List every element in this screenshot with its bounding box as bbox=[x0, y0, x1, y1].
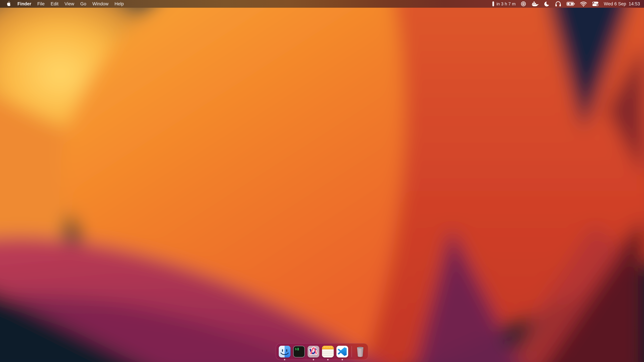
dock-item-notes[interactable] bbox=[322, 346, 334, 358]
dock-item-finder[interactable] bbox=[279, 346, 290, 358]
svg-text:$: $ bbox=[295, 348, 297, 351]
focus-moon-icon[interactable] bbox=[544, 1, 550, 7]
terminal-icon: $ bbox=[293, 346, 305, 358]
menu-help[interactable]: Help bbox=[112, 1, 127, 6]
dock-divider bbox=[352, 346, 352, 357]
running-indicator bbox=[313, 359, 314, 360]
trash-icon bbox=[355, 346, 365, 358]
running-indicator bbox=[327, 359, 328, 360]
a-letter-app-icon bbox=[308, 346, 319, 358]
app-menu-finder[interactable]: Finder bbox=[14, 1, 34, 6]
wifi-icon[interactable] bbox=[580, 1, 587, 6]
menu-file[interactable]: File bbox=[34, 1, 48, 6]
desktop: Finder File Edit View Go Window Help in … bbox=[0, 0, 644, 362]
countdown-text: in 3 h 7 m bbox=[496, 1, 516, 6]
menu-edit[interactable]: Edit bbox=[48, 1, 62, 6]
wallpaper-ventura bbox=[0, 0, 644, 362]
control-center-icon[interactable] bbox=[592, 1, 599, 6]
countdown-pill-icon bbox=[492, 1, 494, 6]
dock-item-vscode[interactable] bbox=[336, 346, 348, 358]
menu-bar: Finder File Edit View Go Window Help in … bbox=[0, 0, 644, 8]
dock-item-terminal[interactable]: $ bbox=[293, 346, 305, 358]
menu-go[interactable]: Go bbox=[77, 1, 90, 6]
apple-icon bbox=[6, 1, 11, 7]
dock-item-a-letter-app[interactable] bbox=[308, 346, 319, 358]
clock-date: Wed 6 Sep bbox=[604, 1, 626, 6]
countdown-status-item[interactable]: in 3 h 7 m bbox=[492, 1, 516, 6]
running-indicator bbox=[342, 359, 343, 360]
clock-time: 14:53 bbox=[628, 1, 640, 6]
battery-charging-icon[interactable] bbox=[566, 2, 575, 6]
menu-bar-status: in 3 h 7 m bbox=[492, 1, 644, 7]
menu-bar-left: Finder File Edit View Go Window Help bbox=[0, 1, 127, 7]
menu-window[interactable]: Window bbox=[90, 1, 112, 6]
finder-icon bbox=[279, 346, 290, 358]
headphones-icon[interactable] bbox=[555, 1, 562, 7]
vscode-icon bbox=[336, 346, 348, 358]
menu-bar-clock[interactable]: Wed 6 Sep 14:53 bbox=[604, 1, 640, 6]
notes-icon bbox=[322, 346, 334, 358]
dock-item-trash[interactable] bbox=[355, 346, 365, 358]
docker-whale-icon[interactable] bbox=[531, 1, 539, 7]
menu-view[interactable]: View bbox=[62, 1, 77, 6]
timer-rings-icon[interactable] bbox=[520, 1, 526, 7]
running-indicator bbox=[284, 359, 285, 360]
dock: $ bbox=[276, 343, 368, 360]
apple-menu[interactable] bbox=[5, 1, 13, 7]
